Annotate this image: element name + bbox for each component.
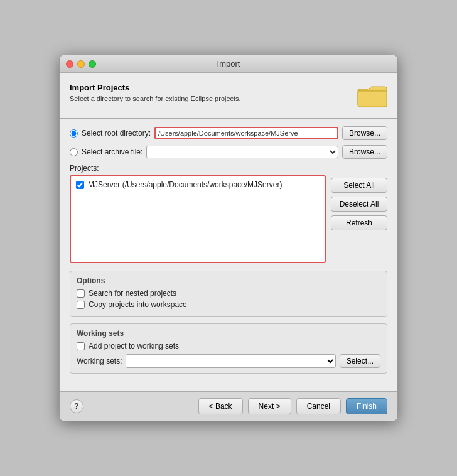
project-item-label: MJServer (/Users/apple/Documents/workspa… (88, 180, 282, 189)
archive-file-radio[interactable] (70, 148, 78, 156)
working-sets-section: Working sets Add project to working sets… (70, 323, 387, 374)
copy-projects-label: Copy projects into workspace (89, 300, 187, 309)
working-sets-title: Working sets (77, 329, 380, 338)
root-directory-row: Select root directory: Browse... (70, 126, 387, 140)
add-to-working-sets-row: Add project to working sets (77, 342, 380, 350)
maximize-button[interactable] (89, 60, 96, 68)
folder-icon (357, 83, 387, 108)
browse-archive-button[interactable]: Browse... (342, 145, 387, 159)
options-title: Options (77, 276, 380, 285)
header-subtitle: Select a directory to search for existin… (70, 95, 352, 102)
root-directory-input[interactable] (154, 127, 338, 139)
archive-file-label: Select archive file: (82, 148, 142, 156)
projects-buttons: Select All Deselect All Refresh (331, 175, 387, 263)
projects-area: MJServer (/Users/apple/Documents/workspa… (70, 175, 387, 263)
browse-root-button[interactable]: Browse... (342, 126, 387, 140)
header-section: Import Projects Select a directory to se… (70, 83, 387, 108)
dialog-content: Import Projects Select a directory to se… (60, 73, 397, 391)
root-directory-label: Select root directory: (82, 129, 151, 138)
back-button[interactable]: < Back (198, 398, 243, 414)
projects-list[interactable]: MJServer (/Users/apple/Documents/workspa… (70, 175, 326, 263)
copy-projects-row: Copy projects into workspace (77, 300, 380, 309)
window-title: Import (217, 59, 240, 68)
nested-projects-row: Search for nested projects (77, 289, 380, 298)
next-button[interactable]: Next > (248, 398, 291, 414)
copy-projects-checkbox[interactable] (77, 301, 85, 309)
working-sets-row: Working sets: Select... (77, 354, 380, 368)
svg-rect-1 (358, 91, 387, 107)
close-button[interactable] (66, 60, 73, 68)
archive-file-row: Select archive file: Browse... (70, 145, 387, 159)
finish-button[interactable]: Finish (346, 398, 387, 414)
add-to-working-sets-checkbox[interactable] (77, 342, 85, 350)
working-sets-label: Working sets: (77, 357, 122, 365)
root-directory-radio[interactable] (70, 129, 78, 138)
section-divider (60, 118, 397, 119)
archive-file-select[interactable] (146, 146, 338, 158)
header-title: Import Projects (70, 83, 352, 92)
dialog-footer: ? < Back Next > Cancel Finish (60, 391, 397, 421)
project-checkbox[interactable] (76, 181, 84, 189)
working-sets-select-button[interactable]: Select... (340, 354, 380, 368)
help-button[interactable]: ? (70, 399, 83, 413)
title-bar: Import (60, 55, 397, 73)
project-item: MJServer (/Users/apple/Documents/workspa… (73, 179, 322, 190)
import-dialog: Import Import Projects Select a director… (59, 55, 398, 421)
minimize-button[interactable] (77, 60, 85, 68)
working-sets-select[interactable] (126, 354, 335, 368)
nested-projects-checkbox[interactable] (77, 289, 85, 298)
projects-label: Projects: (70, 164, 387, 173)
select-all-button[interactable]: Select All (331, 178, 387, 193)
header-text: Import Projects Select a directory to se… (70, 83, 352, 102)
nested-projects-label: Search for nested projects (89, 289, 176, 298)
cancel-button[interactable]: Cancel (296, 398, 341, 414)
add-to-working-sets-label: Add project to working sets (89, 342, 179, 350)
options-section: Options Search for nested projects Copy … (70, 271, 387, 317)
refresh-button[interactable]: Refresh (331, 215, 387, 230)
deselect-all-button[interactable]: Deselect All (331, 197, 387, 212)
traffic-lights (66, 60, 96, 68)
